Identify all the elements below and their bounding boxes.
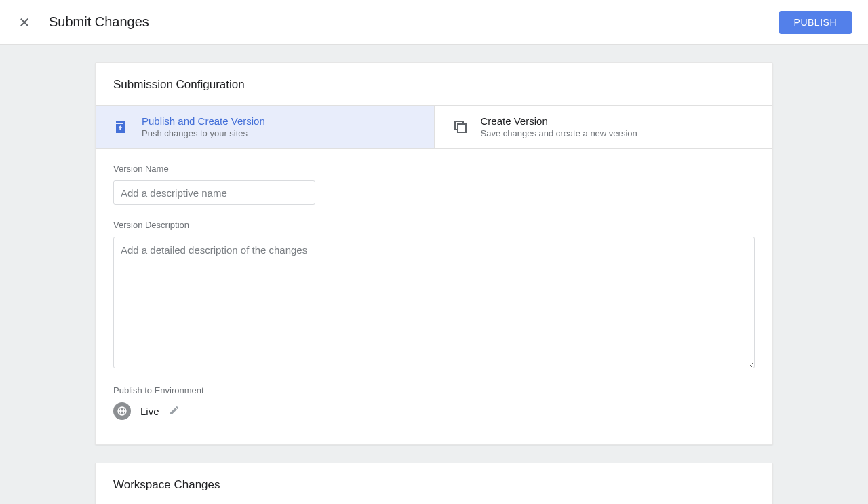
option-text: Create Version Save changes and create a…: [481, 115, 637, 138]
submission-config-card: Submission Configuration Publish and Cre…: [95, 62, 773, 445]
option-text: Publish and Create Version Push changes …: [142, 115, 265, 138]
version-description-input[interactable]: [113, 237, 755, 368]
page-title: Submit Changes: [49, 14, 779, 30]
version-name-label: Version Name: [113, 163, 755, 174]
section-title: Workspace Changes: [96, 463, 772, 504]
svg-rect-1: [458, 124, 466, 132]
version-name-input[interactable]: [113, 180, 315, 205]
option-title: Publish and Create Version: [142, 115, 265, 127]
publish-icon: [113, 119, 130, 135]
workspace-changes-card: Workspace Changes: [95, 463, 773, 504]
option-subtitle: Push changes to your sites: [142, 128, 265, 138]
close-icon: [18, 16, 31, 28]
close-button[interactable]: [16, 14, 33, 31]
environment-block: Publish to Environment Live: [113, 385, 755, 420]
environment-row: Live: [113, 402, 755, 420]
version-name-block: Version Name: [113, 163, 755, 205]
edit-environment-button[interactable]: [169, 405, 180, 418]
publish-button[interactable]: PUBLISH: [779, 11, 852, 34]
version-description-label: Version Description: [113, 220, 755, 230]
main-content: Submission Configuration Publish and Cre…: [95, 62, 773, 504]
top-bar: Submit Changes PUBLISH: [0, 0, 868, 45]
submission-options: Publish and Create Version Push changes …: [96, 105, 772, 149]
form-body: Version Name Version Description Publish…: [96, 149, 772, 444]
environment-label: Publish to Environment: [113, 385, 755, 395]
option-subtitle: Save changes and create a new version: [481, 128, 637, 138]
globe-icon: [113, 402, 131, 420]
option-title: Create Version: [481, 115, 637, 127]
section-title: Submission Configuration: [96, 63, 772, 105]
option-create-version[interactable]: Create Version Save changes and create a…: [434, 106, 773, 148]
environment-value: Live: [140, 406, 159, 417]
pencil-icon: [169, 405, 180, 416]
option-publish-and-create[interactable]: Publish and Create Version Push changes …: [96, 106, 434, 148]
version-description-block: Version Description: [113, 220, 755, 370]
version-icon: [452, 119, 469, 135]
